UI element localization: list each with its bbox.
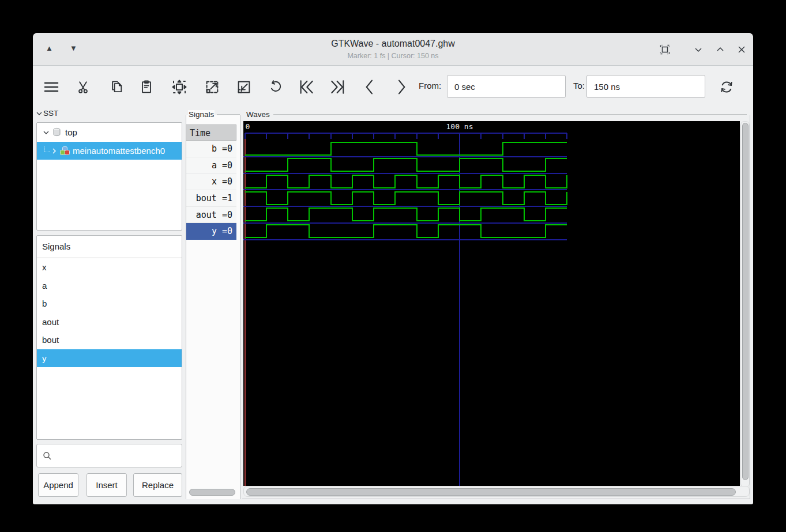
value-row[interactable]: aout =0 bbox=[186, 207, 236, 224]
go-to-end-icon[interactable] bbox=[326, 75, 350, 99]
time-header[interactable]: Time bbox=[186, 124, 236, 141]
tree-branch-connector bbox=[44, 146, 50, 152]
next-edge-icon[interactable] bbox=[389, 75, 413, 99]
menu-icon[interactable] bbox=[39, 75, 63, 99]
zoom-undo-icon[interactable] bbox=[263, 75, 287, 99]
value-row[interactable]: b =0 bbox=[186, 141, 236, 157]
value-row[interactable]: bout =1 bbox=[186, 190, 236, 207]
gtkwave-window: ▲ ▼ GTKWave - automat0047.ghw Marker: 1 … bbox=[33, 33, 753, 504]
reload-icon[interactable] bbox=[714, 75, 739, 99]
list-item[interactable]: x bbox=[37, 258, 182, 277]
paste-icon[interactable] bbox=[134, 75, 159, 99]
expander-icon[interactable] bbox=[36, 110, 43, 117]
value-row-selected[interactable]: y =0 bbox=[186, 223, 236, 240]
waves-vscrollbar-track[interactable] bbox=[740, 121, 750, 488]
list-item[interactable]: aout bbox=[37, 313, 182, 331]
waves-hscrollbar-thumb[interactable] bbox=[246, 488, 736, 496]
chevron-right-icon[interactable] bbox=[51, 148, 58, 154]
copy-icon[interactable] bbox=[104, 75, 128, 99]
value-row[interactable]: x =0 bbox=[186, 173, 236, 190]
insert-button[interactable]: Insert bbox=[87, 473, 127, 497]
minimize-icon[interactable] bbox=[693, 44, 704, 55]
wave-display[interactable]: 0100 ns bbox=[243, 121, 740, 486]
search-input[interactable] bbox=[36, 444, 182, 467]
sst-tree: top meinautomattestbench0 bbox=[36, 122, 182, 231]
zoom-out-icon[interactable] bbox=[232, 75, 256, 99]
wave-aout bbox=[245, 208, 567, 221]
values-panel: Signals Time b =0 a =0 x =0 bout =1 aout… bbox=[186, 115, 240, 499]
tree-row-top[interactable]: top bbox=[37, 123, 182, 142]
wave-x bbox=[245, 175, 567, 188]
waves-hscrollbar-track[interactable] bbox=[243, 486, 750, 497]
wave-a bbox=[245, 159, 567, 171]
replace-button[interactable]: Replace bbox=[133, 473, 182, 497]
value-row[interactable]: a =0 bbox=[186, 157, 236, 174]
zoom-in-icon[interactable] bbox=[200, 75, 224, 99]
list-item-selected[interactable]: y bbox=[37, 349, 182, 368]
window-subtitle: Marker: 1 fs | Cursor: 150 ns bbox=[33, 52, 753, 60]
sst-frame-label: SST bbox=[36, 109, 180, 118]
tree-label-top: top bbox=[65, 127, 77, 137]
append-button[interactable]: Append bbox=[38, 473, 78, 497]
wave-y bbox=[245, 225, 567, 237]
waves-frame-label: Waves bbox=[245, 110, 747, 119]
component-cubes-icon bbox=[59, 146, 70, 156]
values-hscrollbar[interactable] bbox=[189, 489, 235, 496]
search-icon bbox=[43, 451, 52, 461]
svg-text:100 ns: 100 ns bbox=[446, 122, 473, 131]
signals-list-box: Signals x a b aout bout y bbox=[36, 235, 182, 440]
database-icon bbox=[52, 127, 62, 137]
from-label: From: bbox=[419, 81, 441, 90]
tree-row-testbench[interactable]: meinautomattestbench0 bbox=[37, 142, 182, 160]
to-input[interactable] bbox=[586, 75, 705, 98]
previous-edge-icon[interactable] bbox=[358, 75, 382, 99]
maximize-icon[interactable] bbox=[715, 44, 725, 55]
cut-icon[interactable] bbox=[71, 75, 95, 99]
list-item[interactable]: a bbox=[37, 277, 182, 295]
wave-bout bbox=[245, 192, 567, 205]
waves-vscrollbar-thumb[interactable] bbox=[742, 123, 749, 480]
fullscreen-icon[interactable] bbox=[660, 44, 670, 55]
list-item[interactable]: b bbox=[37, 295, 182, 313]
window-title: GTKWave - automat0047.ghw bbox=[33, 39, 753, 49]
chevron-down-icon[interactable] bbox=[43, 129, 50, 136]
tree-label-testbench: meinautomattestbench0 bbox=[73, 146, 165, 156]
from-input[interactable] bbox=[447, 75, 566, 98]
titlebar: ▲ ▼ GTKWave - automat0047.ghw Marker: 1 … bbox=[33, 33, 753, 66]
toolbar: From: To: bbox=[33, 66, 753, 108]
wave-b bbox=[245, 142, 567, 155]
values-frame-label: Signals bbox=[188, 110, 240, 119]
to-label: To: bbox=[573, 81, 585, 90]
list-item[interactable]: bout bbox=[37, 331, 182, 349]
signals-list-header: Signals bbox=[37, 236, 182, 258]
go-to-start-icon[interactable] bbox=[294, 75, 318, 99]
svg-text:0: 0 bbox=[246, 122, 250, 131]
close-icon[interactable] bbox=[736, 44, 747, 55]
zoom-fit-icon[interactable] bbox=[167, 75, 191, 99]
